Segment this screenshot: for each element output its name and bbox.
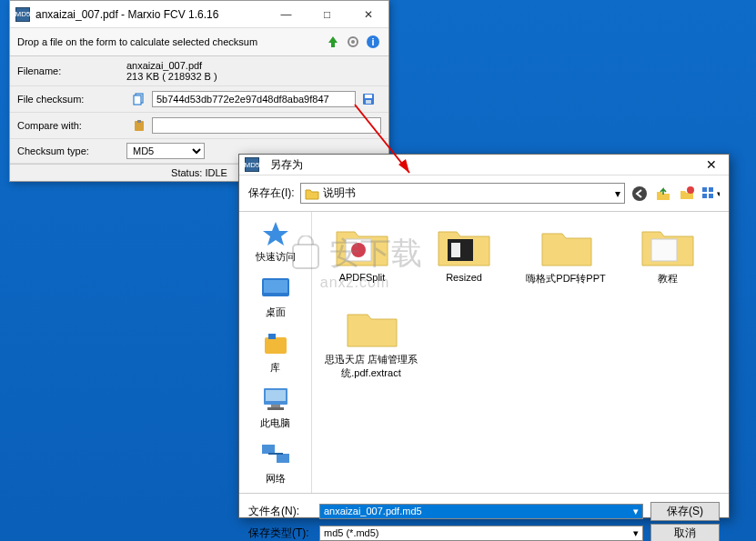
svg-rect-14 [702,187,707,192]
compare-label: Compare with: [17,120,126,131]
type-label: Checksum type: [17,145,126,156]
sidebar-label: 库 [270,361,280,375]
drop-hint-row: Drop a file on the form to calculate sel… [10,28,388,56]
svg-rect-28 [262,445,275,454]
svg-rect-25 [266,390,286,401]
dialog-titlebar[interactable]: MD5 另存为 ✕ [239,155,729,175]
save-as-dialog: MD5 另存为 ✕ 保存在(I): 说明书 ▾ ▾ 快速访问 桌面 库 [238,154,730,518]
sidebar-item-library[interactable]: 库 [257,328,294,376]
svg-marker-19 [263,222,288,245]
close-button[interactable]: ✕ [348,1,388,28]
svg-marker-0 [328,36,338,47]
svg-point-32 [351,243,366,257]
checksum-row: File checksum: [10,86,388,113]
svg-point-13 [687,186,694,194]
filetype-label: 保存类型(T): [248,526,312,541]
filetype-select[interactable]: md5 (*.md5)▾ [319,526,643,541]
new-folder-icon[interactable] [678,185,696,203]
filename-label: 文件名(N): [248,504,312,519]
window-controls: — □ ✕ [266,1,388,28]
folder-label: APDFSplit [339,272,386,283]
sidebar-item-thispc[interactable]: 此电脑 [257,384,294,432]
filename-text: anxaizai_007.pdf [126,60,381,71]
compare-input[interactable] [152,117,381,134]
dialog-location-bar: 保存在(I): 说明书 ▾ ▾ [239,175,729,211]
maximize-button[interactable]: □ [307,1,348,28]
copy-icon[interactable] [130,90,148,108]
svg-rect-8 [365,95,372,98]
save-button[interactable]: 保存(S) [650,502,720,521]
checksum-input[interactable] [152,91,356,107]
dialog-bottom: 文件名(N): anxaizai_007.pdf.md5▾ 保存(S) 保存类型… [239,493,729,541]
svg-text:▾: ▾ [717,189,720,198]
svg-rect-16 [702,194,707,198]
folder-item[interactable]: APDFSplit [321,221,403,286]
folder-icon [305,187,319,200]
sidebar-item-desktop[interactable]: 桌面 [257,273,294,321]
svg-rect-11 [137,120,141,123]
upload-icon[interactable] [325,34,341,50]
filename-label: Filename: [17,65,126,76]
dialog-title: 另存为 [270,157,700,173]
svg-rect-29 [277,454,289,463]
folder-label: 思迅天店 店铺管理系统.pdf.extract [321,353,421,380]
svg-rect-22 [265,337,287,354]
svg-rect-15 [709,187,713,192]
sidebar-label: 此电脑 [260,416,290,430]
back-icon[interactable] [630,185,649,203]
info-icon[interactable]: i [365,34,381,50]
filesize-text: 213 KB ( 218932 B ) [126,71,381,82]
folder-item[interactable]: 思迅天店 店铺管理系统.pdf.extract [321,302,421,380]
sidebar-label: 网络 [266,472,286,486]
filename-row: Filename: anxaizai_007.pdf 213 KB ( 2189… [10,56,388,86]
svg-rect-6 [134,95,141,105]
svg-rect-9 [366,100,371,104]
cancel-button[interactable]: 取消 [650,524,720,541]
paste-icon[interactable] [130,116,148,135]
svg-rect-35 [651,239,677,261]
svg-rect-23 [268,334,276,339]
checksum-label: File checksum: [17,94,126,105]
svg-point-2 [351,40,355,44]
sidebar-item-network[interactable]: 网络 [257,439,294,487]
folder-label: Resized [446,272,482,283]
svg-rect-34 [451,243,460,257]
compare-row: Compare with: [10,113,388,139]
folder-item[interactable]: 教程 [627,221,709,286]
folder-item[interactable]: 嗨格式PDF转PPT [525,221,607,286]
svg-rect-17 [709,194,713,198]
save-icon[interactable] [359,90,378,108]
svg-rect-26 [271,405,280,407]
svg-text:i: i [371,36,374,47]
file-list-area[interactable]: APDFSplit Resized 嗨格式PDF转PPT 教程 思迅天店 店铺管… [312,212,729,493]
filename-input[interactable]: anxaizai_007.pdf.md5▾ [319,504,643,519]
type-select[interactable]: MD5 [126,143,205,159]
folder-label: 教程 [658,272,678,286]
view-menu-icon[interactable]: ▾ [701,185,720,203]
drop-hint: Drop a file on the form to calculate sel… [17,36,321,47]
folder-item[interactable]: Resized [423,221,505,286]
dialog-close-button[interactable]: ✕ [700,155,723,175]
up-icon[interactable] [654,185,672,203]
save-in-value: 说明书 [323,185,356,201]
save-in-select[interactable]: 说明书 ▾ [300,183,625,204]
sidebar-label: 桌面 [266,306,286,319]
gear-icon[interactable] [345,34,361,50]
titlebar[interactable]: MD5 anxaizai_007.pdf - Marxio FCV 1.6.16… [10,1,388,28]
dialog-app-icon: MD5 [245,157,259,172]
dialog-body: 快速访问 桌面 库 此电脑 网络 APDF [239,211,729,493]
app-icon: MD5 [15,7,30,22]
places-sidebar: 快速访问 桌面 库 此电脑 网络 [239,212,312,493]
svg-rect-21 [264,280,287,293]
folder-label: 嗨格式PDF转PPT [526,272,605,286]
sidebar-label: 快速访问 [256,250,296,264]
svg-point-12 [632,186,647,201]
save-in-label: 保存在(I): [248,185,295,201]
window-title: anxaizai_007.pdf - Marxio FCV 1.6.16 [35,8,266,21]
minimize-button[interactable]: — [266,1,307,28]
sidebar-item-quickaccess[interactable]: 快速访问 [254,217,297,265]
filename-value: anxaizai_007.pdf 213 KB ( 218932 B ) [126,60,381,82]
svg-rect-27 [267,407,284,410]
